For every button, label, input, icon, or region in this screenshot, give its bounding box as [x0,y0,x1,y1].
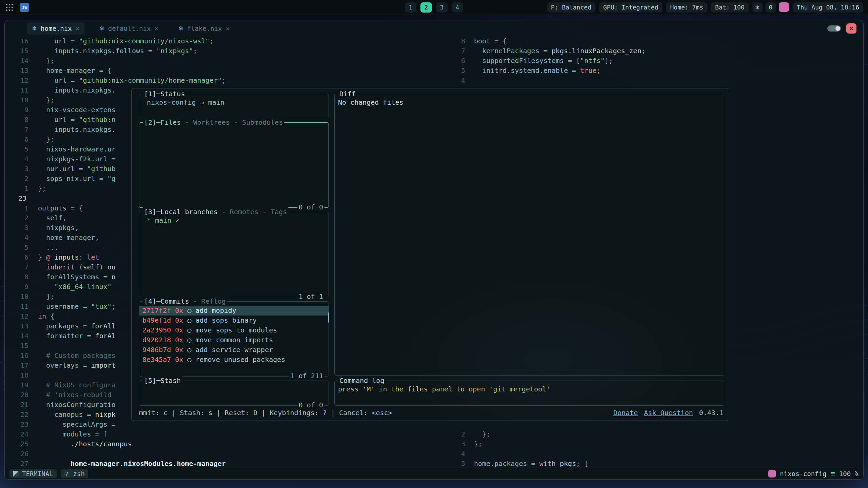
code-token [38,233,46,242]
title-dash: ─ [156,118,160,127]
code-token: inputs [54,253,79,261]
code-token: = { [490,37,507,45]
code-text: "x86_64-linux" [38,282,112,292]
commit-author: 0x [175,316,183,325]
panel-title: [5]─Stash [143,376,182,386]
code-token: "github:nix-community/home-manager" [79,76,221,84]
commit-row[interactable]: 8e345a70x○remove unused packages [139,355,329,365]
lazygit-branches-panel[interactable]: [3]─Local branches - Remotes - Tags * ma… [139,212,329,297]
code-token: # Custom packages [38,351,116,360]
code-line: 3}; [454,439,863,449]
line-number: 3 [7,223,28,233]
lazygit-command-log-panel[interactable]: Command log press 'M' in the files panel… [334,381,724,406]
code-token: "x86_64-linux" [54,283,112,291]
branch-marker: * [147,216,151,224]
code-token: nixpk [95,410,116,419]
code-token: ; [222,76,226,84]
branch-row[interactable]: * main ✓ [143,216,179,224]
code-token [38,440,71,448]
code-token [38,47,54,55]
code-token: pkgs [560,460,576,468]
code-token: = [ [91,430,107,438]
code-token: "tux" [91,302,112,310]
workspace-button-4[interactable]: 4 [452,2,463,13]
code-token: , [62,214,66,222]
top-bar: JW 1234 P: BalancedGPU: IntegratedHome: … [0,0,868,15]
scrollbar-thumb[interactable] [328,312,329,323]
lazygit-right-column: Diff No changed files Command log press … [334,94,724,406]
screen-record-indicator[interactable] [779,2,789,12]
code-token [38,86,54,94]
lazygit-diff-panel[interactable]: Diff No changed files [334,94,724,376]
nix-tray-icon[interactable]: ❄ [752,2,763,13]
status-module: P: Balanced [547,2,595,13]
code-token: url [54,37,66,45]
code-token: ) [99,263,107,271]
editor-tab-home.nix[interactable]: ❄home.nix× [27,22,84,35]
editor-area: 16 url = "github:nix-community/nixos-wsl… [5,36,863,468]
lazygit-status-panel[interactable]: [1]─Status nixos-config → main [139,94,329,118]
code-text: ... [38,243,58,252]
line-number: 20 [7,390,28,400]
apps-menu-icon[interactable] [5,3,14,12]
code-token: = [ [564,57,580,65]
tab-close-icon[interactable]: × [226,24,230,33]
code-token: home-manager [46,66,95,75]
code-token: home.packages [474,460,527,468]
commit-row[interactable]: 2a239500x○move sops to modules [139,325,329,335]
lazygit-link-ask-question[interactable]: Ask Question [644,408,693,418]
line-number: 11 [7,85,28,95]
lazygit-stash-panel[interactable]: [5]─Stash 0 of 0 [139,381,329,406]
code-token: nixpkgs-f2k.url [46,155,107,163]
clock-module[interactable]: Thu Aug 08, 18:16 [793,2,863,13]
code-text: self, [38,213,66,223]
code-text: canopus = nixpk [38,410,116,420]
panel-title: [2]─Files - Worktrees - Submodules [143,118,284,127]
list-icon[interactable]: ≡ [831,469,835,478]
commit-row[interactable]: d9202180x○move common imports [139,335,329,345]
commit-message: remove unused packages [195,355,285,365]
notifications-indicator[interactable]: 0 [766,2,776,13]
code-token: ; [112,302,116,310]
tab-close-icon[interactable]: × [76,24,80,33]
terminal-window: ❄home.nix×❄default.nix×❄flake.nix× × 16 … [4,20,864,480]
code-token: inherit [46,263,75,271]
tab-label: default.nix [108,25,151,32]
workspace-button-3[interactable]: 3 [436,2,448,13]
workspace-button-2[interactable]: 2 [420,2,432,13]
line-number: 14 [7,331,28,341]
editor-tab-default.nix[interactable]: ❄default.nix× [95,22,163,35]
commit-row[interactable]: 2717f2f0x○add mopidy [139,306,329,316]
lazygit-commits-panel[interactable]: [4]─Commits - Reflog 2717f2f0x○add mopid… [139,301,329,377]
line-number: 8 [7,272,28,282]
code-token: = [568,66,580,75]
line-number: 4 [454,76,465,85]
code-token [38,116,54,124]
editor-tab-flake.nix[interactable]: ❄flake.nix× [174,22,235,35]
line-number: 4 [454,449,465,459]
window-close-button[interactable]: × [846,23,856,34]
commit-row[interactable]: b49ef1d0x○add sops binary [139,316,329,325]
code-token [38,332,46,340]
title-dash: ─ [156,297,160,306]
line-number: 2 [454,429,465,439]
code-token: url [54,116,66,124]
panel-count: 0 of 0 [297,202,324,212]
workspace-button-1[interactable]: 1 [405,2,416,13]
code-text: # 'nixos-rebuild [38,390,112,400]
tab-label: flake.nix [187,25,222,32]
branch-name: main [155,216,171,224]
nix-snowflake-icon: ❄ [178,25,183,32]
code-line: 5home.packages = with pkgs; [ [454,459,863,468]
lazygit-files-panel[interactable]: [2]─Files - Worktrees - Submodules 0 of … [139,122,329,208]
title-dash: ─ [156,207,160,217]
logo-badge[interactable]: JW [20,3,29,12]
lazygit-link-donate[interactable]: Donate [613,408,638,418]
commit-message: move common imports [195,335,273,345]
terminal-icon [13,471,19,477]
tab-close-icon[interactable]: × [155,24,159,33]
window-toggle[interactable] [827,25,841,32]
commit-row[interactable]: 9486b7d0x○add service-wrapper [139,345,329,355]
terminal-mode-chip: TERMINAL [9,469,57,478]
code-token [38,76,54,84]
